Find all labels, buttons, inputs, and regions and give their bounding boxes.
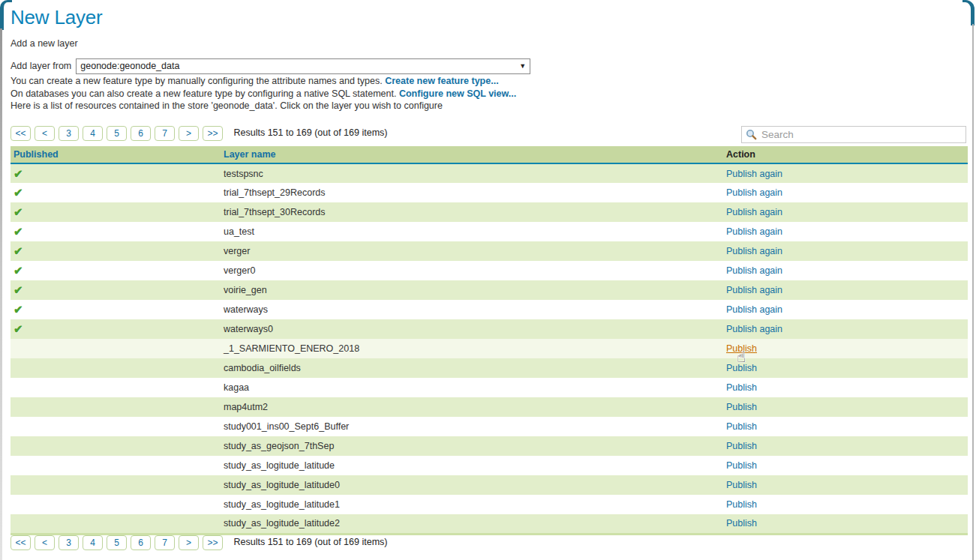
pager-button[interactable]: 6 xyxy=(131,535,151,550)
pager-button[interactable]: 4 xyxy=(83,126,103,141)
layer-name-cell[interactable]: study_as_logitude_latitude2 xyxy=(221,514,723,534)
layer-name-cell[interactable]: _1_SARMIENTO_ENERO_2018 xyxy=(221,339,723,358)
table-row[interactable]: study_as_logitude_latitude1Publish xyxy=(11,495,968,514)
layer-name-cell[interactable]: verger xyxy=(221,241,723,261)
instruction-line: You can create a new feature type by man… xyxy=(11,75,516,88)
table-row[interactable]: map4utm2Publish xyxy=(11,397,968,417)
action-link[interactable]: Publish again xyxy=(726,246,782,256)
action-link[interactable]: Publish xyxy=(726,499,757,510)
table-row[interactable]: study_as_logitude_latitudePublish xyxy=(11,456,968,475)
action-link[interactable]: Publish again xyxy=(726,304,782,315)
table-row[interactable]: ✔vergerPublish again xyxy=(11,241,968,261)
column-header-published[interactable]: Published xyxy=(11,146,221,163)
table-row[interactable]: study_as_geojson_7thSepPublish xyxy=(11,436,968,456)
layer-name-cell[interactable]: waterways xyxy=(221,300,723,319)
table-row[interactable]: cambodia_oilfieldsPublish xyxy=(11,358,968,378)
pager-button[interactable]: 3 xyxy=(59,126,79,141)
pager-button[interactable]: 7 xyxy=(155,535,175,550)
action-link[interactable]: Publish again xyxy=(726,226,782,237)
search-input[interactable] xyxy=(761,129,962,140)
action-link[interactable]: Publish xyxy=(726,343,757,354)
search-box[interactable] xyxy=(741,126,966,143)
action-link[interactable]: Publish xyxy=(726,480,757,490)
table-row[interactable]: ✔verger0Publish again xyxy=(11,261,968,280)
layer-name-cell[interactable]: verger0 xyxy=(221,261,723,280)
table-row[interactable]: study001_ins00_Sept6_BufferPublish xyxy=(11,417,968,436)
layer-name-cell[interactable]: study_as_logitude_latitude0 xyxy=(221,475,723,495)
table-row[interactable]: study_as_logitude_latitude0Publish xyxy=(11,475,968,495)
action-link[interactable]: Publish again xyxy=(726,265,782,276)
layer-name-cell[interactable]: cambodia_oilfields xyxy=(221,358,723,378)
action-link[interactable]: Publish xyxy=(726,518,757,529)
pager-button[interactable]: >> xyxy=(203,535,223,550)
top-toolbar: <<<34567>>> Results 151 to 169 (out of 1… xyxy=(11,126,966,144)
action-cell: Publish again xyxy=(723,280,968,300)
action-link[interactable]: Publish again xyxy=(726,207,782,217)
layer-name-cell[interactable]: study_as_geojson_7thSep xyxy=(221,436,723,456)
action-link[interactable]: Publish xyxy=(726,402,757,412)
page-title: New Layer xyxy=(11,6,102,29)
store-select[interactable]: geonode:geonode_data ▼ xyxy=(76,58,530,74)
table-row[interactable]: ✔ua_testPublish again xyxy=(11,222,968,241)
table-row[interactable]: ✔waterways0Publish again xyxy=(11,319,968,339)
table-row[interactable]: study_as_logitude_latitude2Publish xyxy=(11,514,968,534)
table-header-row: Published Layer name Action xyxy=(11,146,968,163)
published-cell xyxy=(11,495,221,514)
layer-name-cell[interactable]: study_as_logitude_latitude1 xyxy=(221,495,723,514)
instruction-line: Here is a list of resources contained in… xyxy=(11,100,516,112)
table-row[interactable]: ✔testspsncPublish again xyxy=(11,163,968,183)
pager-button[interactable]: < xyxy=(35,126,55,141)
action-link[interactable]: Publish again xyxy=(726,324,782,334)
published-cell: ✔ xyxy=(11,163,221,183)
table-row[interactable]: ✔trial_7thsept_29RecordsPublish again xyxy=(11,183,968,202)
action-link[interactable]: Publish xyxy=(726,421,757,432)
layer-name-cell[interactable]: map4utm2 xyxy=(221,397,723,417)
layer-name-cell[interactable]: ua_test xyxy=(221,222,723,241)
layer-name-cell[interactable]: trial_7thsept_30Records xyxy=(221,202,723,222)
published-check-icon: ✔ xyxy=(14,322,23,335)
create-feature-type-link[interactable]: Create new feature type... xyxy=(385,76,498,86)
pager-button[interactable]: 5 xyxy=(107,535,127,550)
table-row[interactable]: ✔waterwaysPublish again xyxy=(11,300,968,319)
pager-button[interactable]: << xyxy=(11,535,31,550)
layer-name-cell[interactable]: study_as_logitude_latitude xyxy=(221,456,723,475)
action-link[interactable]: Publish xyxy=(726,382,757,393)
pager-button[interactable]: << xyxy=(11,126,31,141)
pager-button[interactable]: 4 xyxy=(83,535,103,550)
pager-button[interactable]: >> xyxy=(203,126,223,141)
layer-name-cell[interactable]: kagaa xyxy=(221,378,723,397)
action-cell: Publish again xyxy=(723,222,968,241)
published-check-icon: ✔ xyxy=(14,205,23,218)
layer-name-cell[interactable]: testspsnc xyxy=(221,163,723,183)
action-link[interactable]: Publish xyxy=(726,441,757,451)
table-row[interactable]: ✔trial_7thsept_30RecordsPublish again xyxy=(11,202,968,222)
layer-name-cell[interactable]: study001_ins00_Sept6_Buffer xyxy=(221,417,723,436)
layer-name-cell[interactable]: voirie_gen xyxy=(221,280,723,300)
pager-button[interactable]: > xyxy=(179,535,199,550)
layer-name-cell[interactable]: trial_7thsept_29Records xyxy=(221,183,723,202)
configure-sql-view-link[interactable]: Configure new SQL view... xyxy=(399,88,516,99)
bottom-toolbar: <<<34567>>> Results 151 to 169 (out of 1… xyxy=(11,535,966,553)
pager-button[interactable]: > xyxy=(179,126,199,141)
pager-button[interactable]: 6 xyxy=(131,126,151,141)
pager-button[interactable]: 5 xyxy=(107,126,127,141)
store-select-value: geonode:geonode_data xyxy=(80,61,179,71)
pager-button[interactable]: 3 xyxy=(59,535,79,550)
column-header-layer-name[interactable]: Layer name xyxy=(221,146,723,163)
table-row[interactable]: ✔voirie_genPublish again xyxy=(11,280,968,300)
pager-button[interactable]: < xyxy=(35,535,55,550)
action-cell: Publish again xyxy=(723,300,968,319)
table-row[interactable]: _1_SARMIENTO_ENERO_2018Publish xyxy=(11,339,968,358)
published-check-icon: ✔ xyxy=(14,303,23,316)
action-link[interactable]: Publish xyxy=(726,363,757,373)
action-link[interactable]: Publish again xyxy=(726,285,782,295)
pager-top: <<<34567>>> xyxy=(11,126,227,141)
layer-name-cell[interactable]: waterways0 xyxy=(221,319,723,339)
published-cell: ✔ xyxy=(11,183,221,202)
action-link[interactable]: Publish xyxy=(726,460,757,471)
action-link[interactable]: Publish again xyxy=(726,187,782,198)
published-cell xyxy=(11,358,221,378)
action-link[interactable]: Publish again xyxy=(726,169,782,179)
pager-button[interactable]: 7 xyxy=(155,126,175,141)
table-row[interactable]: kagaaPublish xyxy=(11,378,968,397)
